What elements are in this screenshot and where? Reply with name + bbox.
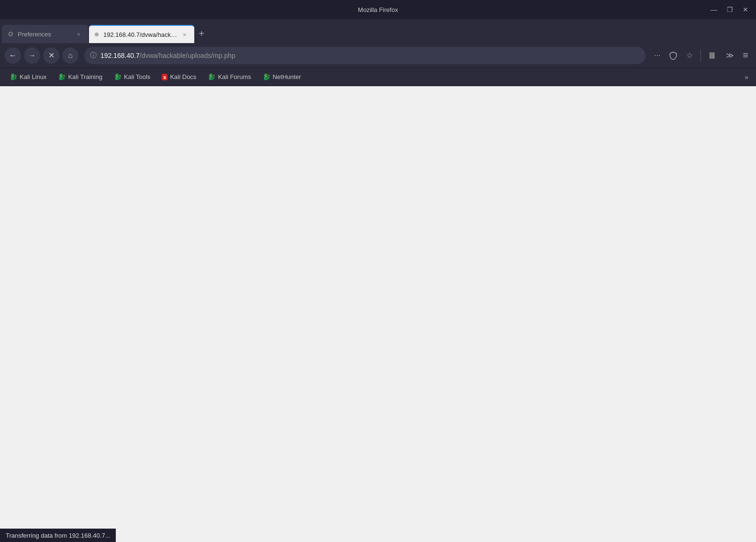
toolbar-divider xyxy=(700,50,701,61)
tab-dvwa[interactable]: 192.168.40.7/dvwa/hack… × xyxy=(89,25,194,43)
status-text: Transferring data from 192.168.40.7... xyxy=(6,532,110,539)
dvwa-tab-label: 192.168.40.7/dvwa/hack… xyxy=(103,31,177,38)
restore-button[interactable]: ❐ xyxy=(724,5,736,14)
url-info-icon[interactable]: ⓘ xyxy=(90,51,97,60)
bookmarks-bar: 🐉 Kali Linux 🐉 Kali Training 🐉 Kali Tool… xyxy=(0,68,756,86)
preferences-tab-icon: ⚙ xyxy=(8,30,14,38)
back-button[interactable]: ← xyxy=(5,47,21,64)
kali-forums-icon: 🐉 xyxy=(208,73,215,80)
dvwa-tab-close[interactable]: × xyxy=(181,30,189,39)
kali-forums-label: Kali Forums xyxy=(218,73,251,80)
shield-button[interactable] xyxy=(666,49,680,62)
toolbar-extra-buttons: ··· ☆ ≫ ≡ xyxy=(651,48,751,63)
bookmark-kali-training[interactable]: 🐉 Kali Training xyxy=(53,71,107,82)
kali-tools-label: Kali Tools xyxy=(124,73,150,80)
minimize-button[interactable]: — xyxy=(708,5,720,14)
url-bar[interactable]: ⓘ 192.168.40.7/dvwa/hackable/uploads/mp.… xyxy=(84,47,645,64)
home-button[interactable]: ⌂ xyxy=(62,47,78,64)
kali-tools-icon: 🐉 xyxy=(114,73,122,80)
bookmark-kali-forums[interactable]: 🐉 Kali Forums xyxy=(203,71,256,82)
svg-rect-1 xyxy=(712,52,712,59)
url-base: 192.168.40.7 xyxy=(100,52,140,59)
collections-button[interactable] xyxy=(706,49,720,62)
statusbar: Transferring data from 192.168.40.7... xyxy=(0,529,116,542)
kali-linux-icon: 🐉 xyxy=(10,73,17,80)
more-button[interactable]: ··· xyxy=(651,49,663,62)
svg-rect-2 xyxy=(713,52,714,59)
window-controls: — ❐ ✕ xyxy=(708,5,751,14)
menu-button[interactable]: ≡ xyxy=(740,48,751,63)
tabbar: ⚙ Preferences × 192.168.40.7/dvwa/hack… … xyxy=(0,19,756,43)
forward-button[interactable]: → xyxy=(24,47,40,64)
kali-training-icon: 🐉 xyxy=(58,73,66,80)
kali-docs-icon: s xyxy=(162,74,167,80)
preferences-tab-close[interactable]: × xyxy=(75,30,82,39)
url-path: /dvwa/hackable/uploads/mp.php xyxy=(140,52,235,59)
nethunter-label: NetHunter xyxy=(273,73,301,80)
titlebar: Mozilla Firefox — ❐ ✕ xyxy=(0,0,756,19)
bookmarks-more-button[interactable]: » xyxy=(742,71,751,83)
reload-button[interactable]: ✕ xyxy=(43,47,59,64)
page-content xyxy=(0,86,756,503)
bookmark-kali-linux[interactable]: 🐉 Kali Linux xyxy=(5,71,51,82)
window-title: Mozilla Firefox xyxy=(358,6,398,13)
bookmark-kali-docs[interactable]: s Kali Docs xyxy=(157,71,201,82)
url-display[interactable]: 192.168.40.7/dvwa/hackable/uploads/mp.ph… xyxy=(100,52,640,59)
new-tab-button[interactable]: + xyxy=(195,26,209,41)
extensions-button[interactable]: ≫ xyxy=(723,49,737,62)
toolbar: ← → ✕ ⌂ ⓘ 192.168.40.7/dvwa/hackable/upl… xyxy=(0,43,756,68)
close-button[interactable]: ✕ xyxy=(740,5,751,14)
tab-modified-indicator xyxy=(95,33,99,36)
svg-rect-0 xyxy=(710,52,711,59)
kali-docs-label: Kali Docs xyxy=(170,73,196,80)
star-button[interactable]: ☆ xyxy=(683,49,696,62)
nethunter-icon: 🐉 xyxy=(263,73,270,80)
tab-preferences[interactable]: ⚙ Preferences × xyxy=(2,25,88,43)
kali-training-label: Kali Training xyxy=(68,73,102,80)
kali-linux-label: Kali Linux xyxy=(20,73,46,80)
bookmark-kali-tools[interactable]: 🐉 Kali Tools xyxy=(109,71,155,82)
preferences-tab-label: Preferences xyxy=(18,31,71,38)
bookmark-nethunter[interactable]: 🐉 NetHunter xyxy=(258,71,306,82)
